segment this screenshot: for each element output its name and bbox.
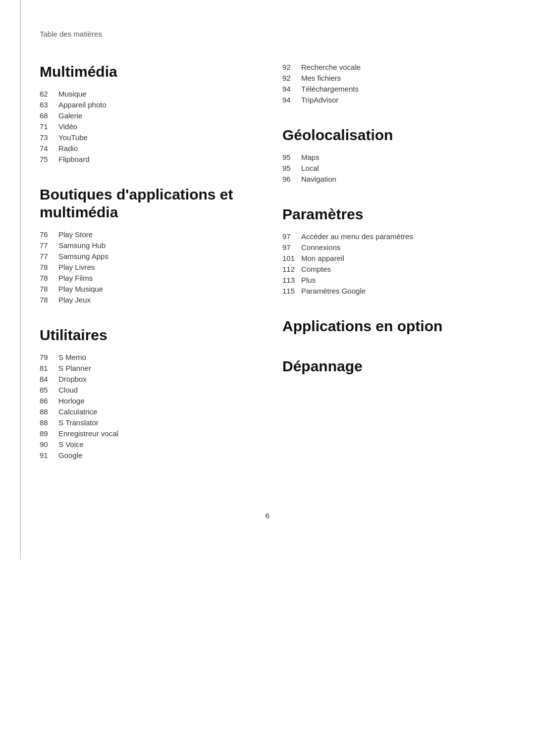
toc-label: S Translator bbox=[58, 418, 99, 427]
toc-num: 92 bbox=[282, 63, 301, 71]
toc-num: 96 bbox=[282, 175, 301, 183]
toc-list-utilitaires: 79S Memo81S Planner84Dropbox85Cloud86Hor… bbox=[40, 353, 253, 459]
toc-num: 78 bbox=[40, 285, 58, 293]
toc-num: 77 bbox=[40, 241, 58, 250]
toc-item: 88S Translator bbox=[40, 418, 253, 427]
toc-item: 77Samsung Apps bbox=[40, 252, 253, 260]
toc-item: 88Calculatrice bbox=[40, 407, 253, 416]
toc-num: 95 bbox=[282, 153, 301, 161]
page-number: 6 bbox=[40, 511, 495, 520]
column-right: 92Recherche vocale92Mes fichiers94Téléch… bbox=[282, 63, 495, 482]
toc-num: 115 bbox=[282, 287, 301, 295]
toc-label: Mes fichiers bbox=[301, 74, 341, 82]
toc-label: Mon appareil bbox=[301, 254, 344, 262]
section-title-utilitaires: Utilitaires bbox=[40, 326, 253, 344]
toc-label: Play Livres bbox=[58, 263, 95, 271]
toc-num: 84 bbox=[40, 375, 58, 383]
toc-num: 94 bbox=[282, 85, 301, 93]
toc-label: Navigation bbox=[301, 175, 336, 183]
toc-label: Dropbox bbox=[58, 375, 87, 383]
toc-item: 68Galerie bbox=[40, 111, 253, 120]
toc-list-boutiques: 76Play Store77Samsung Hub77Samsung Apps7… bbox=[40, 230, 253, 304]
toc-num: 78 bbox=[40, 296, 58, 304]
toc-item: 94Téléchargements bbox=[282, 85, 495, 93]
toc-item: 91Google bbox=[40, 451, 253, 459]
section-title-depannage: Dépannage bbox=[282, 357, 495, 375]
toc-label: S Voice bbox=[58, 440, 84, 449]
toc-item: 97Accéder au menu des paramètres bbox=[282, 232, 495, 241]
section-multimedia: Multimédia62Musique63Appareil photo68Gal… bbox=[40, 63, 253, 163]
toc-item: 75Flipboard bbox=[40, 155, 253, 163]
section-title-applications-option: Applications en option bbox=[282, 317, 495, 335]
toc-item: 90S Voice bbox=[40, 440, 253, 449]
section-utilitaires: Utilitaires79S Memo81S Planner84Dropbox8… bbox=[40, 326, 253, 459]
section-autres: 92Recherche vocale92Mes fichiers94Téléch… bbox=[282, 63, 495, 104]
two-column-layout: Multimédia62Musique63Appareil photo68Gal… bbox=[40, 63, 495, 482]
toc-list-autres: 92Recherche vocale92Mes fichiers94Téléch… bbox=[282, 63, 495, 104]
toc-item: 78Play Livres bbox=[40, 263, 253, 271]
toc-label: Appareil photo bbox=[58, 101, 107, 109]
section-title-boutiques: Boutiques d'applications et multimédia bbox=[40, 186, 253, 221]
toc-item: 76Play Store bbox=[40, 230, 253, 239]
toc-item: 73YouTube bbox=[40, 133, 253, 142]
toc-num: 95 bbox=[282, 164, 301, 172]
toc-item: 97Connexions bbox=[282, 243, 495, 252]
breadcrumb: Table des matières bbox=[40, 30, 495, 38]
toc-item: 112Comptes bbox=[282, 265, 495, 273]
toc-list-multimedia: 62Musique63Appareil photo68Galerie71Vidé… bbox=[40, 90, 253, 163]
toc-item: 71Vidéo bbox=[40, 122, 253, 131]
toc-num: 73 bbox=[40, 133, 58, 142]
section-geolocalisation: Géolocalisation95Maps95Local96Navigation bbox=[282, 126, 495, 183]
toc-label: Accéder au menu des paramètres bbox=[301, 232, 413, 241]
toc-label: Play Films bbox=[58, 274, 93, 282]
toc-label: Enregistreur vocal bbox=[58, 429, 118, 438]
toc-item: 92Mes fichiers bbox=[282, 74, 495, 82]
toc-num: 81 bbox=[40, 364, 58, 372]
page-container: Table des matières Multimédia62Musique63… bbox=[0, 0, 535, 559]
toc-label: Samsung Apps bbox=[58, 252, 108, 260]
toc-label: Galerie bbox=[58, 111, 82, 120]
toc-num: 71 bbox=[40, 122, 58, 131]
toc-num: 91 bbox=[40, 451, 58, 459]
toc-list-parametres: 97Accéder au menu des paramètres97Connex… bbox=[282, 232, 495, 295]
section-applications-option: Applications en option bbox=[282, 317, 495, 335]
toc-label: Musique bbox=[58, 90, 87, 98]
toc-label: Play Store bbox=[58, 230, 93, 239]
toc-num: 88 bbox=[40, 418, 58, 427]
section-title-geolocalisation: Géolocalisation bbox=[282, 126, 495, 144]
toc-label: Plus bbox=[301, 276, 316, 284]
toc-num: 78 bbox=[40, 274, 58, 282]
toc-item: 78Play Musique bbox=[40, 285, 253, 293]
toc-num: 77 bbox=[40, 252, 58, 260]
toc-item: 94TripAdvisor bbox=[282, 96, 495, 104]
toc-num: 68 bbox=[40, 111, 58, 120]
toc-num: 113 bbox=[282, 276, 301, 284]
toc-item: 84Dropbox bbox=[40, 375, 253, 383]
toc-label: TripAdvisor bbox=[301, 96, 338, 104]
toc-item: 113Plus bbox=[282, 276, 495, 284]
toc-num: 79 bbox=[40, 353, 58, 361]
toc-num: 101 bbox=[282, 254, 301, 262]
toc-item: 89Enregistreur vocal bbox=[40, 429, 253, 438]
toc-label: S Memo bbox=[58, 353, 86, 361]
toc-label: Play Jeux bbox=[58, 296, 91, 304]
toc-label: Calculatrice bbox=[58, 407, 97, 416]
toc-item: 74Radio bbox=[40, 144, 253, 152]
toc-label: Local bbox=[301, 164, 319, 172]
toc-label: Flipboard bbox=[58, 155, 90, 163]
toc-num: 89 bbox=[40, 429, 58, 438]
toc-item: 115Paramètres Google bbox=[282, 287, 495, 295]
toc-item: 86Horloge bbox=[40, 397, 253, 405]
section-parametres: Paramètres97Accéder au menu des paramètr… bbox=[282, 205, 495, 295]
toc-label: Google bbox=[58, 451, 82, 459]
toc-label: Comptes bbox=[301, 265, 331, 273]
section-title-multimedia: Multimédia bbox=[40, 63, 253, 81]
toc-label: Samsung Hub bbox=[58, 241, 106, 250]
section-boutiques: Boutiques d'applications et multimédia76… bbox=[40, 186, 253, 304]
section-title-parametres: Paramètres bbox=[282, 205, 495, 223]
toc-item: 101Mon appareil bbox=[282, 254, 495, 262]
toc-item: 81S Planner bbox=[40, 364, 253, 372]
toc-item: 95Maps bbox=[282, 153, 495, 161]
toc-num: 92 bbox=[282, 74, 301, 82]
toc-item: 78Play Films bbox=[40, 274, 253, 282]
